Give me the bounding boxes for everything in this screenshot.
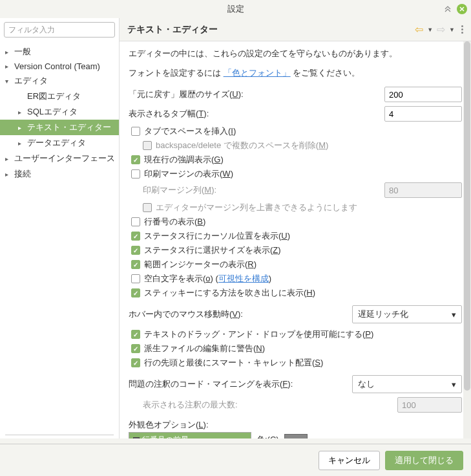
sticky-hover-label: スティッキーにする方法を吹き出しに表示(H) xyxy=(144,287,315,299)
sidebar-item-label: Version Control (Team) xyxy=(14,61,100,71)
scroll-thumb[interactable] xyxy=(464,41,470,391)
whitespace-label: 空白文字を表示(o) (可視性を構成) xyxy=(144,273,271,285)
range-indicator-checkbox[interactable] xyxy=(131,260,140,269)
backspace-delete-checkbox xyxy=(143,141,152,150)
derived-warn-label: 派生ファイルの編集前に警告(N) xyxy=(144,343,265,354)
chevron-down-icon: ▾ xyxy=(452,310,456,319)
color-label: 色:(C) xyxy=(256,434,279,438)
sidebar-item-vcs[interactable]: ▸Version Control (Team) xyxy=(0,60,119,73)
sidebar-item-data-editor[interactable]: ▸データエディタ xyxy=(0,135,119,151)
derived-warn-checkbox[interactable] xyxy=(131,344,140,353)
filter-input[interactable] xyxy=(4,22,115,38)
sidebar-item-label: エディタ xyxy=(14,75,48,87)
whitespace-checkbox[interactable] xyxy=(131,274,140,283)
override-margin-checkbox xyxy=(143,203,152,212)
tab-width-label: 表示されるタブ幅(T): xyxy=(129,108,384,120)
line-numbers-checkbox[interactable] xyxy=(131,217,140,226)
backspace-delete-label: backspace/delete で複数のスペースを削除(M) xyxy=(156,140,328,151)
sidebar-item-label: ER図エディタ xyxy=(27,91,81,102)
sticky-hover-checkbox[interactable] xyxy=(131,288,140,298)
appearance-listbox[interactable]: 行番号の前景 xyxy=(129,432,251,438)
forward-dropdown-icon[interactable]: ▼ xyxy=(449,27,455,33)
caret-right-icon: ▸ xyxy=(18,109,27,116)
scrollbar[interactable] xyxy=(463,41,471,438)
window-title: 設定 xyxy=(227,3,244,15)
back-dropdown-icon[interactable]: ▼ xyxy=(427,27,433,33)
sidebar-item-label: データエディタ xyxy=(27,137,86,149)
undo-size-input[interactable] xyxy=(384,87,462,102)
hover-mouse-select[interactable]: 遅延リッチ化▾ xyxy=(352,305,462,323)
caret-right-icon: ▸ xyxy=(5,63,14,70)
colors-fonts-link[interactable]: 「色とフォント」 xyxy=(224,68,291,78)
chevron-down-icon: ▾ xyxy=(452,380,456,389)
font-note: フォントを設定するには 「色とフォント」 をご覧ください。 xyxy=(129,67,462,79)
menu-icon[interactable] xyxy=(461,25,463,34)
undo-size-label: 「元に戻す」履歴のサイズ(U): xyxy=(129,89,384,100)
line-numbers-label: 行番号の表示(B) xyxy=(144,216,205,228)
margin-column-label: 印刷マージン列(M): xyxy=(143,184,384,196)
appearance-color-label: 外観色オプション(L): xyxy=(129,419,462,431)
print-margin-checkbox[interactable] xyxy=(131,169,140,178)
hover-mouse-label: ホバー内でのマウス移動時(V): xyxy=(129,308,352,320)
caret-right-icon: ▸ xyxy=(5,171,14,178)
color-square-icon xyxy=(133,437,140,439)
cursor-status-checkbox[interactable] xyxy=(131,232,140,241)
drag-drop-label: テキストのドラッグ・アンド・ドロップを使用可能にする(P) xyxy=(144,329,373,340)
apply-close-button[interactable]: 適用して閉じる xyxy=(385,451,463,470)
sidebar: ▸一般 ▸Version Control (Team) ▾エディタ ER図エディ… xyxy=(0,18,120,438)
range-indicator-label: 範囲インジケーターの表示(R) xyxy=(144,259,256,270)
insert-spaces-label: タブでスペースを挿入(I) xyxy=(144,125,236,137)
caret-down-icon: ▾ xyxy=(5,78,14,85)
sidebar-tree: ▸一般 ▸Version Control (Team) ▾エディタ ER図エディ… xyxy=(0,41,119,435)
caret-right-icon: ▸ xyxy=(18,124,27,131)
sidebar-item-text-editor[interactable]: ▸テキスト・エディター xyxy=(0,120,119,135)
sidebar-item-er-editor[interactable]: ER図エディタ xyxy=(0,89,119,104)
selection-status-checkbox[interactable] xyxy=(131,246,140,255)
sidebar-item-connection[interactable]: ▸接続 xyxy=(0,166,119,182)
print-margin-label: 印刷マージンの表示(W) xyxy=(144,168,233,180)
caret-right-icon: ▸ xyxy=(5,49,14,56)
smart-caret-checkbox[interactable] xyxy=(131,358,140,367)
sidebar-item-label: SQLエディタ xyxy=(27,106,78,118)
sidebar-item-sql-editor[interactable]: ▸SQLエディタ xyxy=(0,104,119,120)
sidebar-item-ui[interactable]: ▸ユーザーインターフェース xyxy=(0,151,119,166)
list-item[interactable]: 行番号の前景 xyxy=(129,433,251,438)
caret-right-icon: ▸ xyxy=(5,155,14,162)
sidebar-item-label: テキスト・エディター xyxy=(27,122,111,133)
sidebar-item-label: ユーザーインターフェース xyxy=(14,153,115,164)
sidebar-item-editor[interactable]: ▾エディタ xyxy=(0,73,119,89)
code-mining-label: 問題の注釈のコード・マイニングを表示(F): xyxy=(129,378,352,390)
highlight-current-line-checkbox[interactable] xyxy=(131,155,140,164)
code-mining-select[interactable]: なし▾ xyxy=(352,375,462,393)
tab-width-input[interactable] xyxy=(384,106,462,122)
selection-status-label: ステータス行に選択サイズを表示(Z) xyxy=(144,244,281,256)
insert-spaces-checkbox[interactable] xyxy=(131,127,140,136)
sidebar-item-general[interactable]: ▸一般 xyxy=(0,44,119,60)
back-icon[interactable]: ⇦ xyxy=(415,23,423,36)
smart-caret-label: 行の先頭と最後にスマート・キャレット配置(S) xyxy=(144,357,323,369)
minimize-icon[interactable] xyxy=(443,4,453,14)
cancel-button[interactable]: キャンセル xyxy=(319,451,380,470)
cursor-status-label: ステータス行にカーソル位置を表示(U) xyxy=(144,230,290,242)
max-annotations-label: 表示される注釈の最大数: xyxy=(143,399,397,411)
override-margin-label: エディターがマージン列を上書きできるようにします xyxy=(156,202,357,213)
close-icon[interactable] xyxy=(457,4,467,14)
sidebar-item-label: 一般 xyxy=(14,46,31,58)
drag-drop-checkbox[interactable] xyxy=(131,330,140,339)
visibility-config-link[interactable]: 可視性を構成 xyxy=(218,274,269,283)
color-swatch[interactable] xyxy=(284,434,308,438)
editor-note: エディターの中には、これらの設定の全てを守らないものがあります。 xyxy=(129,48,462,60)
margin-column-input xyxy=(384,182,462,198)
highlight-current-line-label: 現在行の強調表示(G) xyxy=(144,154,224,166)
sidebar-item-label: 接続 xyxy=(14,168,31,180)
forward-icon: ⇨ xyxy=(437,23,445,36)
page-title: テキスト・エディター xyxy=(127,24,218,36)
max-annotations-input xyxy=(397,397,462,413)
caret-right-icon: ▸ xyxy=(18,140,27,147)
